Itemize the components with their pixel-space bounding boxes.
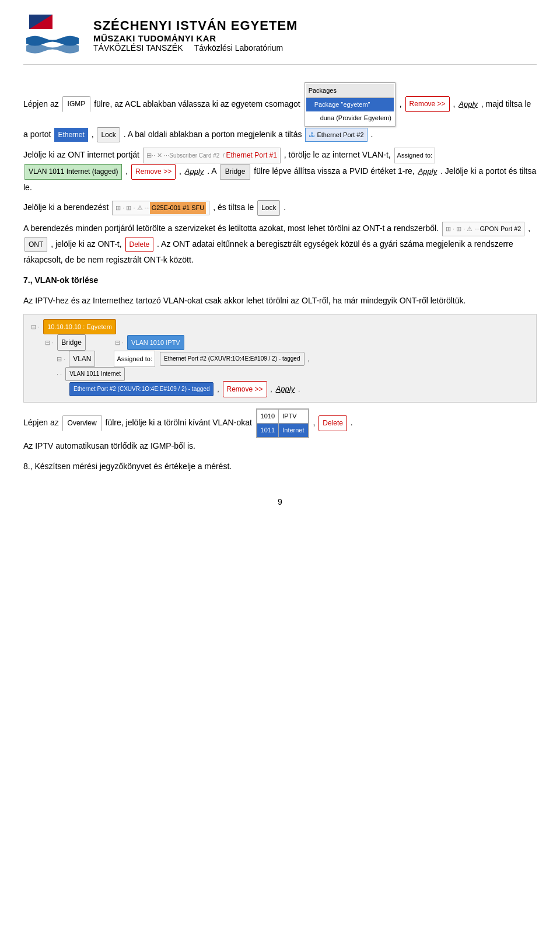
vlan-num-1011: 1011 xyxy=(257,424,278,438)
tree-eth-port1: ⊞·· ✕ ··· Subscriber Card #2 / Ethernet … xyxy=(143,148,281,163)
text-lepjen-az: Lépjen az xyxy=(23,99,61,109)
dot3: . xyxy=(298,383,300,396)
vlan1011-item[interactable]: VLAN 1011 Internet (tagged) xyxy=(24,164,122,180)
eth-port2-tagged-1: Ethernet Port #2 (CXUVR:1O:4E:E#109 / 2)… xyxy=(160,352,304,366)
gpon-icons: ⊞ · ⊞ · ⚠ ··· xyxy=(446,223,480,235)
lock-btn-2[interactable]: Lock xyxy=(257,200,280,216)
bridge-icon: ⊟ · xyxy=(45,336,54,349)
vlan1011-internet-btn: VLAN 1011 Internet xyxy=(65,367,125,381)
text-torolje: , törölje le az internet VLAN-t, xyxy=(284,150,393,159)
meresijegyzet-text: 8., Készítsen mérési jegyzőkönyvet és ér… xyxy=(23,462,232,471)
assigned-to-label: Assigned to: xyxy=(394,148,436,163)
iface-row-bridge: ⊟ · Bridge ⊟ · VLAN 1010 IPTV xyxy=(31,334,529,351)
para-vlan-body: Az IPTV-hez és az Internethez tartozó VL… xyxy=(23,293,537,309)
page-number: 9 xyxy=(23,497,537,506)
text-lepjen-az-2: Lépjen az xyxy=(23,418,61,427)
para-vlan-title: 7., VLAN-ok törlése xyxy=(23,272,537,288)
text-comma5: , xyxy=(179,166,184,176)
text-comma2: , xyxy=(453,99,458,109)
text-jelolje-ber: Jelölje ki a berendezést xyxy=(23,202,111,212)
apply-btn-1[interactable]: Apply xyxy=(459,97,478,112)
comma8: , xyxy=(271,383,272,396)
department-name: TÁVKÖZLÉSI TANSZÉK Távközlési Laboratóri… xyxy=(93,43,298,53)
vlan1010-tree-icon: ⊟ · xyxy=(115,336,124,349)
lock-btn-1[interactable]: Lock xyxy=(97,127,120,143)
igmp-tab[interactable]: IGMP xyxy=(62,96,91,112)
para-overview: Lépjen az Overview fülre, jelölje ki a t… xyxy=(23,408,537,453)
remove-btn-1[interactable]: Remove >> xyxy=(405,96,450,112)
iface-row-eth-remove: Ethernet Port #2 (CXUVR:1O:4E:E#109 / 2)… xyxy=(31,381,529,397)
para-berendezes: Jelölje ki a berendezést ⊞ · ⊞ · ⚠ ··· G… xyxy=(23,200,537,216)
text-dot1: . xyxy=(370,130,373,139)
text-dot4: . xyxy=(351,418,353,427)
text-dot2: . xyxy=(284,202,286,212)
para-igmp: Lépjen az IGMP fülre, az ACL ablakban vá… xyxy=(23,82,537,142)
apply-btn-2[interactable]: Apply xyxy=(185,165,204,179)
tree-icons: ⊞·· ✕ ··· xyxy=(146,149,169,162)
university-logo xyxy=(23,12,82,58)
assigned-to-2: Assigned to: xyxy=(114,351,155,367)
text-comma1: , xyxy=(400,99,404,109)
text-fülre-jelolje: fülre, jelölje ki a törölni kívánt VLAN-… xyxy=(106,418,254,427)
delete-btn-1[interactable]: Delete xyxy=(125,237,154,253)
packages-title: Packages xyxy=(306,84,394,98)
text-jelolje-ont2: , jelölje ki az ONT-t, xyxy=(51,239,124,249)
ethernet-tab-1[interactable]: Ethernet xyxy=(54,128,88,142)
vlan-label-btn: VLAN xyxy=(69,351,95,367)
iface-row-ip: ⊟ · 10.10.10.10 : Egyetem xyxy=(31,319,529,334)
ont-label-btn: ONT xyxy=(24,237,47,253)
eth-port2-tagged-2: Ethernet Port #2 (CXUVR:1O:4E:E#109 / 2)… xyxy=(69,382,214,396)
bridge-tab[interactable]: Bridge xyxy=(220,164,251,180)
eth-icon: 🖧 xyxy=(309,129,315,141)
overview-tab[interactable]: Overview xyxy=(62,415,102,431)
comma7: , xyxy=(217,383,219,396)
vlan1010-badge: VLAN 1010 IPTV xyxy=(127,335,184,350)
iface-row-vlan1011: · · VLAN 1011 Internet xyxy=(31,367,529,381)
apply-btn-3[interactable]: Apply xyxy=(418,165,438,179)
vlan-row-1010: 1010 IPTV xyxy=(257,410,308,424)
text-fülre-pvid: fülre lépve állítsa vissza a PVID értéke… xyxy=(254,166,416,176)
text-comma-colon: , xyxy=(528,223,530,233)
text-comma9: , xyxy=(313,418,317,427)
iface-row-vlan-sub: ⊟ · VLAN Assigned to: Ethernet Port #2 (… xyxy=(31,351,529,367)
vlan-select-table: 1010 IPTV 1011 Internet xyxy=(257,409,309,438)
vlan-name-internet: Internet xyxy=(279,424,308,438)
sub-card-label: Subscriber Card #2 / xyxy=(169,150,226,161)
para-minden-port: A berendezés minden portjáról letörölte … xyxy=(23,221,537,268)
comma6: , xyxy=(308,352,310,365)
para-meresijegyzet: 8., Készítsen mérési jegyzőkönyvet és ér… xyxy=(23,459,537,474)
vlan-name-iptv: IPTV xyxy=(279,410,308,424)
university-info: SZÉCHENYI ISTVÁN EGYETEM MŰSZAKI TUDOMÁN… xyxy=(93,18,298,53)
packages-dropdown: Packages Package "egyetem" duna (Provide… xyxy=(304,82,396,127)
text-minden-port: A berendezés minden portjáról letörölte … xyxy=(23,223,441,233)
text-comma3: , xyxy=(92,130,96,139)
g25e-label: G25E-001 #1 SFU xyxy=(150,202,206,214)
ip-badge: 10.10.10.10 : Egyetem xyxy=(43,319,116,334)
tree-gpon2: ⊞ · ⊞ · ⚠ ··· GPON Port #2 xyxy=(442,222,524,236)
vlan-table-area: 1010 IPTV 1011 Internet xyxy=(256,408,309,438)
page-header: SZÉCHENYI ISTVÁN EGYETEM MŰSZAKI TUDOMÁN… xyxy=(23,12,537,65)
vlan-section-title: 7., VLAN-ok törlése xyxy=(23,275,98,285)
tree-g25e: ⊞ · ⊞ · ⚠ ··· G25E-001 #1 SFU xyxy=(112,201,209,215)
vlan-row-1011[interactable]: 1011 Internet xyxy=(257,424,308,438)
tree-icons-g25e: ⊞ · ⊞ · ⚠ ··· xyxy=(116,202,150,214)
text-es-tiltsa: , és tiltsa le xyxy=(213,202,256,212)
text-comma4: , xyxy=(125,166,130,176)
page-content: Lépjen az IGMP fülre, az ACL ablakban vá… xyxy=(23,82,537,474)
vlan-body-text: Az IPTV-hez és az Internethez tartozó VL… xyxy=(23,296,466,305)
text-jelolje-ont: Jelölje ki az ONT internet portját xyxy=(23,150,142,159)
apply-btn-4[interactable]: Apply xyxy=(276,382,295,397)
gpon-label: GPON Port #2 xyxy=(480,223,521,235)
vlan-screenshot-block: ⊟ · 10.10.10.10 : Egyetem ⊟ · Bridge ⊟ ·… xyxy=(23,314,537,403)
pkg-duna-item[interactable]: duna (Provider Egyetem) xyxy=(306,111,394,125)
text-iptv-auto: Az IPTV automatikusan törlődik az IGMP-b… xyxy=(23,441,195,450)
delete-btn-2[interactable]: Delete xyxy=(318,415,347,431)
remove-btn-2[interactable]: Remove >> xyxy=(131,164,176,180)
remove-btn-3[interactable]: Remove >> xyxy=(223,381,267,397)
text-bal-oldali: . A bal oldali ablakban a porton megjele… xyxy=(124,130,304,139)
text-fülre-acl: fülre, az ACL ablakban válassza ki az eg… xyxy=(94,99,302,109)
vlan-num-1010: 1010 xyxy=(257,410,278,424)
faculty-name: MŰSZAKI TUDOMÁNYI KAR xyxy=(93,33,298,43)
eth-port1-label: Ethernet Port #1 xyxy=(226,149,277,162)
pkg-egyetem-item[interactable]: Package "egyetem" xyxy=(306,98,394,111)
